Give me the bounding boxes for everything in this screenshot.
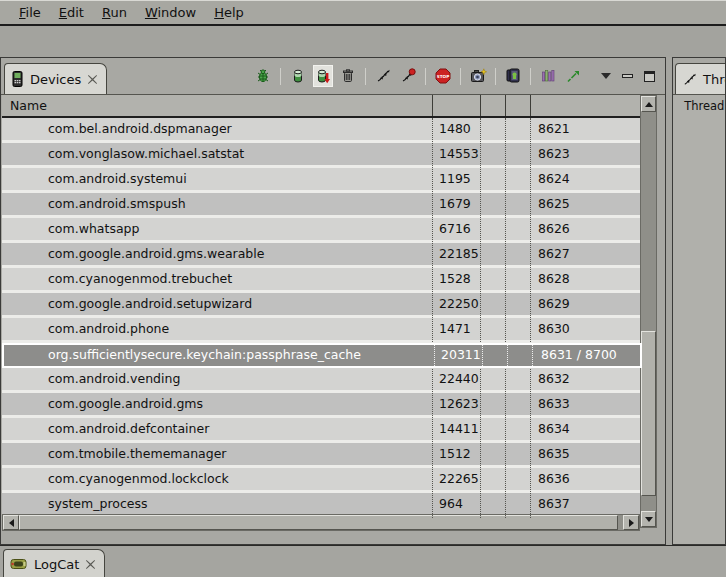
cell-empty [480,143,505,165]
grid-line [480,118,481,518]
devices-toolbar: STOP [253,62,655,90]
cell-port: 8626 [530,218,642,240]
threads-content: Thread updates not enabled for selected … [673,95,725,545]
device-table-body: com.bel.android.dspmanager 1480 8621 com… [2,118,642,518]
cell-empty [482,345,507,366]
table-row[interactable]: com.cyanogenmod.lockclock 22265 8636 [2,468,642,493]
table-row[interactable]: com.vonglasow.michael.satstat 14553 8623 [2,143,642,168]
scroll-down-button[interactable] [641,511,656,527]
cell-empty [480,168,505,190]
table-row[interactable]: com.android.systemui 1195 8624 [2,168,642,193]
update-heap-icon[interactable] [288,65,308,87]
cell-empty [480,268,505,290]
vertical-scrollbar-thumb[interactable] [641,331,656,496]
cell-pid: 1528 [432,268,480,290]
column-header-name[interactable]: Name [10,98,47,113]
menu-file[interactable]: File [10,3,50,23]
cell-port: 8635 [530,443,642,465]
cell-pid: 22265 [432,468,480,490]
stop-icon-label: STOP [437,74,450,79]
arrow-left-icon [9,519,14,527]
cell-pid: 1471 [432,318,480,340]
screen-capture-icon[interactable] [468,65,488,87]
cell-empty [480,393,505,415]
close-icon[interactable] [85,559,96,570]
minimize-view-icon[interactable] [622,74,633,78]
scroll-right-button[interactable] [623,515,639,530]
table-row[interactable]: com.android.defcontainer 14411 8634 [2,418,642,443]
opengl-trace-icon[interactable] [563,65,583,87]
cell-empty [505,293,530,315]
cell-pid: 12623 [432,393,480,415]
cell-empty [505,318,530,340]
table-row[interactable]: com.android.phone 1471 8630 [2,318,642,343]
column-resize-handle[interactable] [432,95,433,116]
table-row[interactable]: com.google.android.gms 12623 8633 [2,393,642,418]
table-row[interactable]: com.google.android.gms.wearable 22185 86… [2,243,642,268]
close-icon[interactable] [87,74,98,85]
table-row[interactable]: com.bel.android.dspmanager 1480 8621 [2,118,642,143]
dump-hprof-icon[interactable] [313,65,333,87]
horizontal-scrollbar-thumb[interactable] [19,515,618,530]
cell-empty [505,143,530,165]
method-profiling-icon[interactable] [398,65,418,87]
threads-view: Threads Thread updates not enabled for s… [672,57,726,545]
threads-message: Thread updates not enabled for selected … [673,98,725,132]
scroll-left-button[interactable] [3,515,19,530]
table-row[interactable]: com.tmobile.thememanager 1512 8635 [2,443,642,468]
devices-view: Devices [0,57,666,545]
cell-port: 8623 [530,143,642,165]
table-row[interactable]: com.android.vending 22440 8632 [2,368,642,393]
grid-line [432,118,433,518]
cell-name: com.google.android.gms [2,393,432,415]
cell-pid: 20311 [434,345,482,366]
maximize-view-icon[interactable] [644,71,655,82]
table-row[interactable]: org.sufficientlysecure.keychain:passphra… [2,343,642,368]
cell-port: 8631 / 8700 [532,345,640,366]
cell-pid: 22185 [432,243,480,265]
cell-empty [505,443,530,465]
cell-empty [505,468,530,490]
tab-threads[interactable]: Threads [675,63,726,94]
tab-devices[interactable]: Devices [4,63,107,94]
cell-name: com.cyanogenmod.trebuchet [2,268,432,290]
devices-tabbar: Devices [1,58,665,95]
logcat-icon [10,557,28,571]
cause-gc-icon[interactable] [338,65,358,87]
cell-name: com.android.phone [2,318,432,340]
table-row[interactable]: com.android.smspush 1679 8625 [2,193,642,218]
tab-logcat[interactable]: LogCat [3,549,105,577]
cell-empty [480,293,505,315]
scroll-up-button[interactable] [641,96,656,112]
menu-window[interactable]: Window [136,3,205,23]
cell-empty [480,243,505,265]
cell-empty [480,418,505,440]
view-menu-icon[interactable] [601,73,611,79]
cell-empty [505,393,530,415]
stop-process-icon[interactable]: STOP [433,65,453,87]
cell-empty [505,268,530,290]
menu-help[interactable]: Help [205,3,253,23]
system-info-icon[interactable] [503,65,523,87]
cell-empty [480,443,505,465]
cell-pid: 14553 [432,143,480,165]
table-row[interactable]: com.google.android.setupwizard 22250 862… [2,293,642,318]
menu-run[interactable]: Run [93,3,136,23]
column-resize-handle[interactable] [530,95,531,116]
cell-empty [505,243,530,265]
debug-process-icon[interactable] [253,65,273,87]
cell-pid: 14411 [432,418,480,440]
threads-icon [682,72,697,87]
update-threads-icon[interactable] [373,65,393,87]
toolbar-separator [495,68,496,85]
column-resize-handle[interactable] [505,95,506,116]
systrace-icon[interactable] [538,65,558,87]
column-resize-handle[interactable] [480,95,481,116]
vertical-scrollbar[interactable] [640,95,657,528]
menu-edit[interactable]: Edit [50,3,93,23]
horizontal-scrollbar[interactable] [2,514,640,531]
cell-name: system_process [2,493,432,515]
cell-name: org.sufficientlysecure.keychain:passphra… [4,345,434,366]
table-row[interactable]: com.whatsapp 6716 8626 [2,218,642,243]
table-row[interactable]: com.cyanogenmod.trebuchet 1528 8628 [2,268,642,293]
